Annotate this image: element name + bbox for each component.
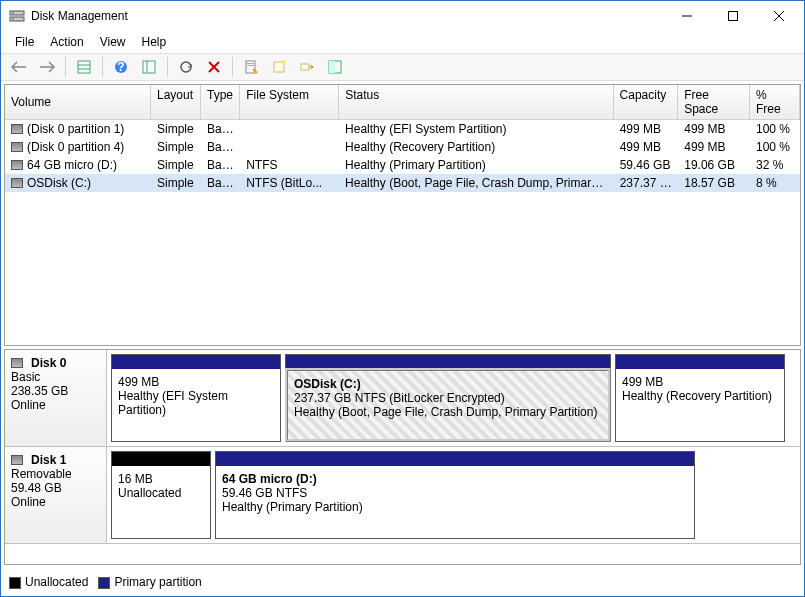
svg-point-2 xyxy=(12,12,14,14)
col-free[interactable]: Free Space xyxy=(678,85,750,119)
new-button[interactable] xyxy=(267,55,291,79)
disk-info[interactable]: Disk 0Basic238.35 GBOnline xyxy=(5,350,107,446)
table-row[interactable]: (Disk 0 partition 1)SimpleBasicHealthy (… xyxy=(5,120,800,138)
table-row[interactable]: (Disk 0 partition 4)SimpleBasicHealthy (… xyxy=(5,138,800,156)
help-button[interactable]: ? xyxy=(109,55,133,79)
extend-button[interactable] xyxy=(295,55,319,79)
forward-button[interactable] xyxy=(35,55,59,79)
disk-icon xyxy=(11,455,23,465)
svg-rect-18 xyxy=(246,61,255,73)
disk-row: Disk 0Basic238.35 GBOnline499 MBHealthy … xyxy=(5,350,800,447)
svg-rect-20 xyxy=(247,65,254,66)
svg-rect-21 xyxy=(274,62,284,72)
col-volume[interactable]: Volume xyxy=(5,85,151,119)
col-layout[interactable]: Layout xyxy=(151,85,201,119)
panel-button[interactable] xyxy=(137,55,161,79)
volume-list-body[interactable]: (Disk 0 partition 1)SimpleBasicHealthy (… xyxy=(5,120,800,345)
svg-rect-5 xyxy=(729,12,738,21)
menu-file[interactable]: File xyxy=(7,33,42,51)
legend-unallocated: Unallocated xyxy=(9,575,88,589)
col-type[interactable]: Type xyxy=(201,85,240,119)
table-row[interactable]: OSDisk (C:)SimpleBasicNTFS (BitLo...Heal… xyxy=(5,174,800,192)
svg-point-3 xyxy=(12,18,14,20)
maximize-button[interactable] xyxy=(710,2,756,30)
disk-icon xyxy=(11,124,23,134)
minimize-button[interactable] xyxy=(664,2,710,30)
disk-icon xyxy=(11,160,23,170)
close-button[interactable] xyxy=(756,2,802,30)
shrink-button[interactable] xyxy=(323,55,347,79)
svg-text:?: ? xyxy=(117,60,124,74)
svg-rect-22 xyxy=(301,64,309,70)
volume-list: Volume Layout Type File System Status Ca… xyxy=(4,84,801,346)
legend: Unallocated Primary partition xyxy=(1,568,804,596)
legend-primary: Primary partition xyxy=(98,575,201,589)
col-pfree[interactable]: % Free xyxy=(750,85,800,119)
svg-rect-19 xyxy=(247,63,254,64)
disk-row: Disk 1Removable59.48 GBOnline16 MBUnallo… xyxy=(5,447,800,544)
menubar: File Action View Help xyxy=(1,31,804,53)
disk-icon xyxy=(11,358,23,368)
app-icon xyxy=(9,8,25,24)
disk-icon xyxy=(11,178,23,188)
titlebar: Disk Management xyxy=(1,1,804,31)
col-capacity[interactable]: Capacity xyxy=(614,85,679,119)
col-fs[interactable]: File System xyxy=(240,85,339,119)
window-title: Disk Management xyxy=(31,9,664,23)
menu-action[interactable]: Action xyxy=(42,33,91,51)
partition[interactable]: 16 MBUnallocated xyxy=(111,451,211,539)
svg-rect-24 xyxy=(329,61,335,73)
volume-list-header: Volume Layout Type File System Status Ca… xyxy=(5,85,800,120)
disk-panel[interactable]: Disk 0Basic238.35 GBOnline499 MBHealthy … xyxy=(4,349,801,565)
disk-icon xyxy=(11,142,23,152)
view-list-button[interactable] xyxy=(72,55,96,79)
partition[interactable]: OSDisk (C:)237.37 GB NTFS (BitLocker Enc… xyxy=(285,354,611,442)
partition[interactable]: 499 MBHealthy (EFI System Partition) xyxy=(111,354,281,442)
delete-button[interactable] xyxy=(202,55,226,79)
menu-help[interactable]: Help xyxy=(134,33,175,51)
partition[interactable]: 499 MBHealthy (Recovery Partition) xyxy=(615,354,785,442)
col-status[interactable]: Status xyxy=(339,85,613,119)
menu-view[interactable]: View xyxy=(92,33,134,51)
back-button[interactable] xyxy=(7,55,31,79)
refresh-button[interactable] xyxy=(174,55,198,79)
properties-button[interactable] xyxy=(239,55,263,79)
table-row[interactable]: 64 GB micro (D:)SimpleBasicNTFSHealthy (… xyxy=(5,156,800,174)
svg-rect-13 xyxy=(143,61,155,73)
toolbar: ? xyxy=(1,53,804,81)
partition[interactable]: 64 GB micro (D:)59.46 GB NTFSHealthy (Pr… xyxy=(215,451,695,539)
disk-info[interactable]: Disk 1Removable59.48 GBOnline xyxy=(5,447,107,543)
svg-rect-8 xyxy=(78,61,90,73)
